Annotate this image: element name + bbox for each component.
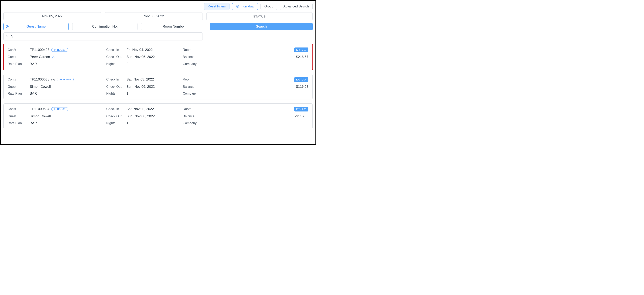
check-circle-icon [6,25,9,28]
guest-value: Peter Carson [30,55,106,59]
group-button[interactable]: Group [260,3,277,10]
balance-value: -$116.05 [201,114,308,118]
room-badge[interactable]: KR - 212 [294,48,308,52]
label-company: Company [183,121,201,125]
nights-value: 2 [126,62,183,66]
rate-plan-value: BAR [30,62,106,66]
result-card[interactable]: Conf# TP11000638 S IN HOUSE Check In Sat… [4,74,313,100]
room-badge[interactable]: KR - 206 [294,107,308,112]
check-out-value: Sun, Nov 06, 2022 [126,85,183,89]
tab-confirmation-no[interactable]: Confirmation No. [72,23,138,30]
advanced-search-label: Advanced Search [284,5,309,8]
scroll-area[interactable]: Reset Filters Individual Group Advanced … [0,0,316,144]
conf-no-value: TP11000634 [30,107,49,111]
label-nights: Nights [106,92,126,96]
label-check-in: Check In [106,107,126,111]
conf-cell: TP11000638 S IN HOUSE [30,78,106,82]
search-by-row: Guest Name Confirmation No. Room Number … [4,23,313,30]
svg-point-4 [53,56,54,56]
reset-filters-button[interactable]: Reset Filters [204,3,230,10]
result-card[interactable]: Conf# TP11000495 IN HOUSE Check In Fri, … [4,44,313,70]
label-check-in: Check In [106,78,126,81]
status-label: STATUS [253,15,266,18]
search-button[interactable]: Search [210,23,313,30]
conf-cell: TP11000634 IN HOUSE [30,107,106,111]
nights-value: 1 [126,92,183,96]
label-balance: Balance [183,55,201,59]
label-nights: Nights [106,121,126,125]
balance-value: -$216.67 [201,55,308,59]
label-check-out: Check Out [106,85,126,88]
nights-value: 1 [126,121,183,125]
status-pill: IN HOUSE [57,78,74,81]
label-guest: Guest [8,85,30,88]
label-check-out: Check Out [106,55,126,59]
advanced-search-button[interactable]: Advanced Search [280,3,313,10]
label-rate-plan: Rate Plan [8,92,30,96]
group-label: Group [264,5,273,8]
label-rate-plan: Rate Plan [8,62,30,66]
search-input[interactable] [11,34,200,38]
label-conf: Conf# [8,48,30,52]
date-to-input[interactable]: Nov 05, 2022 [105,12,203,20]
dollar-icon: S [51,78,55,81]
check-out-value: Sun, Nov 06, 2022 [126,114,183,118]
share-icon [51,55,55,59]
date-from-value: Nov 05, 2022 [42,14,62,18]
result-card[interactable]: Conf# TP11000634 IN HOUSE Check In Sat, … [4,104,313,129]
tab-confirmation-no-label: Confirmation No. [92,24,118,28]
individual-label: Individual [241,5,254,8]
label-nights: Nights [106,62,126,66]
label-room: Room [183,78,201,81]
guest-value: Simon Cowell [30,85,106,89]
room-badge[interactable]: KR - 204 [294,77,308,82]
individual-button[interactable]: Individual [232,3,258,10]
label-rate-plan: Rate Plan [8,121,30,125]
label-balance: Balance [183,85,201,88]
status-pill: IN HOUSE [51,48,68,52]
check-out-value: Sun, Nov 06, 2022 [126,55,183,59]
svg-point-2 [7,35,8,36]
search-button-label: Search [256,24,267,28]
tab-room-number-label: Room Number [163,24,185,28]
check-circle-icon [236,5,239,8]
room-cell: KR - 212 [201,48,308,52]
rate-plan-value: BAR [30,121,106,125]
search-icon [6,34,9,38]
guest-value: Simon Cowell [30,114,106,118]
reset-filters-label: Reset Filters [208,5,226,8]
room-cell: KR - 206 [201,107,308,112]
label-conf: Conf# [8,78,30,81]
label-company: Company [183,92,201,96]
label-room: Room [183,107,201,111]
label-company: Company [183,62,201,66]
label-check-in: Check In [106,48,126,52]
label-conf: Conf# [8,107,30,111]
tab-room-number[interactable]: Room Number [141,23,206,30]
label-balance: Balance [183,114,201,118]
check-in-value: Fri, Nov 04, 2022 [126,48,183,52]
rate-plan-value: BAR [30,92,106,96]
status-select[interactable]: STATUS [206,12,313,20]
tab-guest-name[interactable]: Guest Name [4,23,69,30]
app-frame: Reset Filters Individual Group Advanced … [0,0,316,145]
top-filter-row: Reset Filters Individual Group Advanced … [4,3,313,10]
conf-no-value: TP11000638 [30,78,49,82]
conf-cell: TP11000495 IN HOUSE [30,48,106,52]
label-guest: Guest [8,114,30,118]
status-pill: IN HOUSE [51,107,68,111]
tab-guest-name-label: Guest Name [26,24,46,28]
balance-value: -$116.05 [201,85,308,89]
conf-no-value: TP11000495 [30,48,49,52]
results-list: Conf# TP11000495 IN HOUSE Check In Fri, … [4,44,313,129]
label-guest: Guest [8,55,30,59]
date-status-row: Nov 05, 2022 Nov 05, 2022 STATUS [4,12,313,20]
label-room: Room [183,48,201,52]
date-from-input[interactable]: Nov 05, 2022 [4,12,101,20]
svg-line-3 [8,36,9,37]
check-in-value: Sat, Nov 05, 2022 [126,78,183,82]
room-cell: KR - 204 [201,77,308,82]
label-check-out: Check Out [106,114,126,118]
search-input-row [4,32,313,40]
check-in-value: Sat, Nov 05, 2022 [126,107,183,111]
